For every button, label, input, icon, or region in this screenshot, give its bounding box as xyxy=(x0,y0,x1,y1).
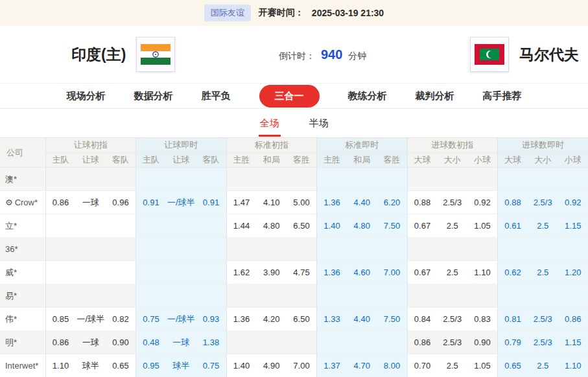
odds-cell[interactable]: 2.5/3 xyxy=(528,191,558,214)
odds-cell[interactable]: 4.40 xyxy=(347,308,377,331)
odds-cell[interactable]: 一球 xyxy=(76,191,106,214)
odds-cell[interactable]: 0.96 xyxy=(106,191,136,214)
odds-cell[interactable]: 0.92 xyxy=(558,191,588,214)
odds-cell[interactable]: 4.75 xyxy=(287,261,317,284)
odds-cell[interactable]: 1.05 xyxy=(467,214,498,238)
company-cell[interactable]: 36* xyxy=(0,238,45,261)
odds-cell[interactable]: 0.61 xyxy=(498,214,528,238)
odds-cell[interactable]: 2.5/3 xyxy=(438,191,468,214)
odds-cell[interactable]: 0.86 xyxy=(45,331,76,354)
odds-cell[interactable]: 6.50 xyxy=(287,308,317,331)
odds-cell[interactable]: 0.86 xyxy=(45,191,76,214)
odds-cell[interactable]: 2.5/3 xyxy=(528,308,558,331)
odds-cell[interactable]: 0.86 xyxy=(407,331,438,354)
odds-cell[interactable]: 0.65 xyxy=(106,354,136,377)
odds-cell[interactable]: 1.40 xyxy=(317,214,347,238)
company-cell[interactable]: ⚙Crow* xyxy=(0,191,45,214)
odds-cell[interactable]: 一/球半 xyxy=(76,308,106,331)
odds-cell[interactable]: 0.83 xyxy=(467,308,498,331)
odds-cell[interactable]: 0.95 xyxy=(136,354,167,377)
odds-cell[interactable]: 0.84 xyxy=(407,308,438,331)
odds-cell[interactable]: 0.67 xyxy=(407,261,438,284)
odds-cell[interactable]: 一球 xyxy=(76,331,106,354)
odds-cell[interactable]: 0.79 xyxy=(498,331,528,354)
odds-cell[interactable]: 7.00 xyxy=(377,261,408,284)
company-cell[interactable]: 明* xyxy=(0,331,45,354)
odds-cell[interactable]: 0.82 xyxy=(106,308,136,331)
company-cell[interactable]: 立* xyxy=(0,214,45,238)
nav-tab-4[interactable]: 教练分析 xyxy=(348,90,387,102)
odds-cell[interactable]: 2.5/3 xyxy=(438,331,468,354)
odds-cell[interactable]: 1.38 xyxy=(196,331,227,354)
odds-cell[interactable]: 0.75 xyxy=(196,354,227,377)
nav-tab-3[interactable]: 三合一 xyxy=(259,85,320,108)
odds-cell[interactable]: 2.5 xyxy=(528,354,558,377)
nav-tab-6[interactable]: 高手推荐 xyxy=(483,90,522,102)
odds-cell[interactable]: 7.00 xyxy=(287,354,317,377)
odds-cell[interactable]: 0.86 xyxy=(558,308,588,331)
odds-cell[interactable]: 0.75 xyxy=(136,308,167,331)
odds-cell[interactable]: 0.91 xyxy=(196,191,227,214)
odds-cell[interactable]: 6.20 xyxy=(377,191,408,214)
company-cell[interactable]: 伟* xyxy=(0,308,45,331)
nav-tab-5[interactable]: 裁判分析 xyxy=(416,90,454,102)
odds-cell[interactable]: 一/球半 xyxy=(166,308,196,331)
odds-cell[interactable]: 7.50 xyxy=(377,214,408,238)
odds-cell[interactable]: 球半 xyxy=(166,354,196,377)
odds-cell[interactable]: 1.15 xyxy=(558,331,588,354)
odds-cell[interactable]: 0.81 xyxy=(498,308,528,331)
sub-tab-1[interactable]: 半场 xyxy=(308,110,330,137)
company-cell[interactable]: 威* xyxy=(0,261,45,284)
company-cell[interactable]: 澳* xyxy=(0,168,45,191)
odds-cell[interactable]: 球半 xyxy=(76,354,106,377)
odds-cell[interactable]: 5.00 xyxy=(287,191,317,214)
odds-cell[interactable]: 4.90 xyxy=(257,354,287,377)
odds-cell[interactable]: 1.33 xyxy=(317,308,347,331)
odds-cell[interactable]: 3.90 xyxy=(257,261,287,284)
odds-cell[interactable]: 1.37 xyxy=(317,354,347,377)
odds-cell[interactable]: 2.5 xyxy=(438,261,468,284)
company-cell[interactable]: Interwet* xyxy=(0,354,45,377)
odds-cell[interactable]: 6.50 xyxy=(287,214,317,238)
odds-cell[interactable]: 1.44 xyxy=(226,214,257,238)
odds-cell[interactable]: 0.88 xyxy=(498,191,528,214)
odds-cell[interactable]: 1.62 xyxy=(226,261,257,284)
nav-tab-0[interactable]: 现场分析 xyxy=(67,90,106,102)
odds-cell[interactable]: 0.91 xyxy=(136,191,167,214)
odds-cell[interactable]: 4.40 xyxy=(347,191,377,214)
odds-cell[interactable]: 4.20 xyxy=(257,308,287,331)
odds-cell[interactable]: 0.90 xyxy=(467,331,498,354)
odds-cell[interactable]: 2.5/3 xyxy=(438,308,468,331)
odds-cell[interactable]: 2.5 xyxy=(438,214,468,238)
odds-cell[interactable]: 0.90 xyxy=(106,331,136,354)
odds-cell[interactable]: 0.70 xyxy=(407,354,438,377)
odds-cell[interactable]: 0.62 xyxy=(498,261,528,284)
odds-cell[interactable]: 2.5 xyxy=(528,261,558,284)
odds-cell[interactable]: 0.65 xyxy=(498,354,528,377)
odds-cell[interactable]: 7.50 xyxy=(377,308,408,331)
nav-tab-2[interactable]: 胜平负 xyxy=(202,90,231,102)
odds-cell[interactable]: 2.5 xyxy=(438,354,468,377)
odds-cell[interactable]: 0.93 xyxy=(196,308,227,331)
odds-cell[interactable]: 1.47 xyxy=(226,191,257,214)
odds-cell[interactable]: 1.36 xyxy=(317,191,347,214)
odds-cell[interactable]: 4.60 xyxy=(347,261,377,284)
odds-cell[interactable]: 4.10 xyxy=(257,191,287,214)
odds-cell[interactable]: 0.85 xyxy=(45,308,76,331)
sub-tab-0[interactable]: 全场 xyxy=(259,110,281,137)
odds-cell[interactable]: 1.15 xyxy=(558,214,588,238)
company-cell[interactable]: 易* xyxy=(0,284,45,308)
odds-cell[interactable]: 8.00 xyxy=(377,354,408,377)
odds-cell[interactable]: 1.40 xyxy=(226,354,257,377)
odds-cell[interactable]: 4.80 xyxy=(347,214,377,238)
odds-cell[interactable]: 一/球半 xyxy=(166,191,196,214)
odds-cell[interactable]: 一球 xyxy=(166,331,196,354)
odds-cell[interactable]: 1.10 xyxy=(467,261,498,284)
odds-cell[interactable]: 0.48 xyxy=(136,331,167,354)
odds-cell[interactable]: 1.05 xyxy=(467,354,498,377)
odds-cell[interactable]: 1.36 xyxy=(226,308,257,331)
odds-cell[interactable]: 2.5 xyxy=(528,214,558,238)
odds-cell[interactable]: 1.36 xyxy=(317,261,347,284)
odds-cell[interactable]: 2.5/3 xyxy=(528,331,558,354)
odds-cell[interactable]: 0.67 xyxy=(407,214,438,238)
